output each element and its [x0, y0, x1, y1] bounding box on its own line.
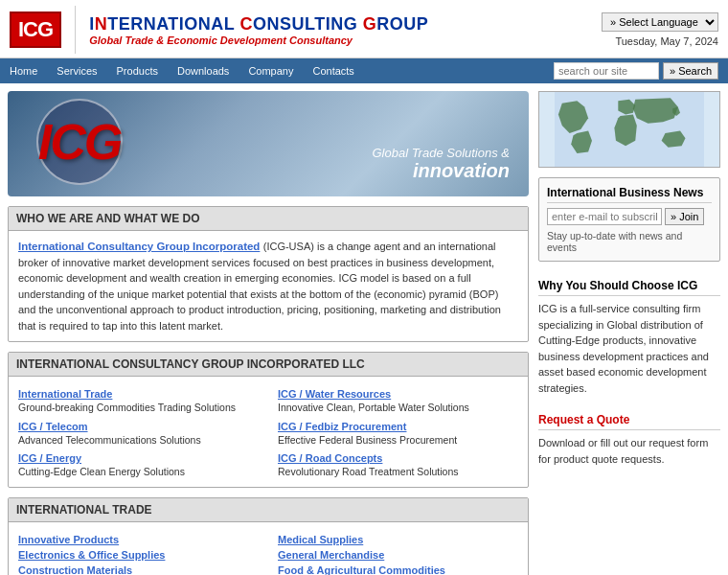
why-icg-text: ICG is a full-service consulting firm sp…: [538, 301, 720, 396]
icg-llc-header: INTERNATIONAL CONSULTANCY GROUP INCORPOR…: [9, 353, 528, 377]
language-selector[interactable]: » Select Language: [602, 12, 718, 32]
banner-circle: ICG: [36, 99, 123, 185]
banner-tagline: Global Trade Solutions & innovation: [372, 146, 510, 182]
trade-medical-link[interactable]: Medical Supplies: [278, 534, 518, 545]
nav-services[interactable]: Services: [47, 62, 106, 80]
right-column: International Business News » Join Stay …: [538, 91, 720, 575]
icg-llc-section: INTERNATIONAL CONSULTANCY GROUP INCORPOR…: [8, 352, 529, 488]
banner-tagline1: Global Trade Solutions &: [372, 146, 510, 160]
icg-trade-link[interactable]: International Trade: [18, 388, 259, 400]
world-map: [538, 91, 720, 168]
search-button[interactable]: » Search: [663, 62, 718, 80]
icg-telecom-link[interactable]: ICG / Telecom: [18, 421, 259, 432]
newsletter-email-input[interactable]: [547, 208, 662, 225]
nav-bar: Home Services Products Downloads Company…: [0, 58, 728, 83]
newsletter-subtitle: Stay up-to-date with news and events: [547, 230, 712, 253]
icg-water-desc: Innovative Clean, Portable Water Solutio…: [278, 402, 469, 413]
nav-contacts[interactable]: Contacts: [303, 62, 363, 80]
intl-trade-section: INTERNATIONAL TRADE Innovative Products …: [8, 497, 529, 575]
banner-tagline2: innovation: [372, 160, 510, 182]
icg-energy-link[interactable]: ICG / Energy: [18, 452, 259, 464]
nav-company[interactable]: Company: [239, 62, 303, 80]
icg-road-link[interactable]: ICG / Road Concepts: [278, 452, 518, 464]
logo-divider: [75, 6, 76, 54]
nav-search-area: » Search: [554, 62, 728, 80]
icg-energy-desc: Cutting-Edge Clean Energy Solutions: [18, 466, 185, 477]
trade-food-link[interactable]: Food & Agricultural Commodities: [278, 564, 518, 575]
list-item: ICG / Fedbiz Procurement Effective Feder…: [278, 421, 518, 448]
icg-incorporated-link[interactable]: International Consultancy Group Incorpor…: [18, 241, 260, 252]
site-subtitle: Global Trade & Economic Development Cons…: [89, 34, 428, 46]
list-item: International Trade Ground-breaking Comm…: [18, 388, 259, 415]
icg-fedbiz-link[interactable]: ICG / Fedbiz Procurement: [278, 421, 518, 432]
banner-logo: ICG: [38, 113, 121, 171]
who-we-are-text: (ICG-USA) is a change agent and an inter…: [18, 241, 501, 332]
news-title: International Business News: [547, 186, 712, 203]
intl-trade-header: INTERNATIONAL TRADE: [9, 498, 528, 522]
logo-box: ICG: [10, 12, 61, 48]
logo-area: ICG INTERNATIONAL CONSULTING GROUP Globa…: [10, 6, 428, 54]
request-quote-title: Request a Quote: [538, 413, 720, 430]
header: ICG INTERNATIONAL CONSULTING GROUP Globa…: [0, 0, 728, 58]
banner: ICG Global Trade Solutions & innovation: [8, 91, 529, 196]
newsletter-join-button[interactable]: » Join: [665, 208, 704, 225]
trade-electronics-link[interactable]: Electronics & Office Supplies: [18, 549, 259, 561]
request-quote-text: Download or fill out our request form fo…: [538, 435, 720, 467]
icg-trade-desc: Ground-breaking Commodities Trading Solu…: [18, 402, 236, 413]
request-quote-section: Request a Quote Download or fill out our…: [538, 413, 720, 467]
nav-downloads[interactable]: Downloads: [168, 62, 239, 80]
trade-general-link[interactable]: General Merchandise: [278, 549, 518, 561]
list-item: ICG / Road Concepts Revolutionary Road T…: [278, 452, 518, 479]
why-icg-title: Why You Should Choose ICG: [538, 279, 720, 296]
newsletter-row: » Join: [547, 208, 712, 225]
trade-links-grid: Innovative Products Medical Supplies Ele…: [18, 534, 518, 575]
date-display: Tuesday, May 7, 2024: [615, 35, 718, 47]
list-item: ICG / Water Resources Innovative Clean, …: [278, 388, 518, 415]
who-we-are-header: WHO WE ARE AND WHAT WE DO: [9, 207, 528, 231]
trade-construction-link[interactable]: Construction Materials: [18, 564, 259, 575]
world-map-svg: [539, 92, 719, 167]
list-item: ICG / Telecom Advanced Telecommunication…: [18, 421, 259, 448]
nav-links: Home Services Products Downloads Company…: [0, 62, 364, 80]
icg-road-desc: Revolutionary Road Treatment Solutions: [278, 466, 459, 477]
icg-water-link[interactable]: ICG / Water Resources: [278, 388, 518, 400]
main-content: ICG Global Trade Solutions & innovation …: [0, 83, 728, 575]
search-input[interactable]: [554, 62, 659, 80]
why-icg-section: Why You Should Choose ICG ICG is a full-…: [538, 279, 720, 396]
icg-llc-content: International Trade Ground-breaking Comm…: [9, 377, 528, 487]
icg-telecom-desc: Advanced Telecommunications Solutions: [18, 434, 201, 446]
news-section: International Business News » Join Stay …: [538, 177, 720, 262]
icg-fedbiz-desc: Effective Federal Business Procurement: [278, 434, 457, 446]
intl-trade-content: Innovative Products Medical Supplies Ele…: [9, 522, 528, 575]
who-we-are-content: International Consultancy Group Incorpor…: [9, 231, 528, 341]
logo-text-area: INTERNATIONAL CONSULTING GROUP Global Tr…: [89, 14, 428, 46]
who-we-are-section: WHO WE ARE AND WHAT WE DO International …: [8, 206, 529, 342]
nav-home[interactable]: Home: [0, 62, 47, 80]
list-item: ICG / Energy Cutting-Edge Clean Energy S…: [18, 452, 259, 479]
header-right: » Select Language Tuesday, May 7, 2024: [602, 12, 718, 47]
icg-llc-grid: International Trade Ground-breaking Comm…: [18, 388, 518, 479]
nav-products[interactable]: Products: [107, 62, 168, 80]
site-title: INTERNATIONAL CONSULTING GROUP: [89, 14, 428, 34]
trade-innovative-link[interactable]: Innovative Products: [18, 534, 259, 545]
left-column: ICG Global Trade Solutions & innovation …: [8, 91, 529, 575]
